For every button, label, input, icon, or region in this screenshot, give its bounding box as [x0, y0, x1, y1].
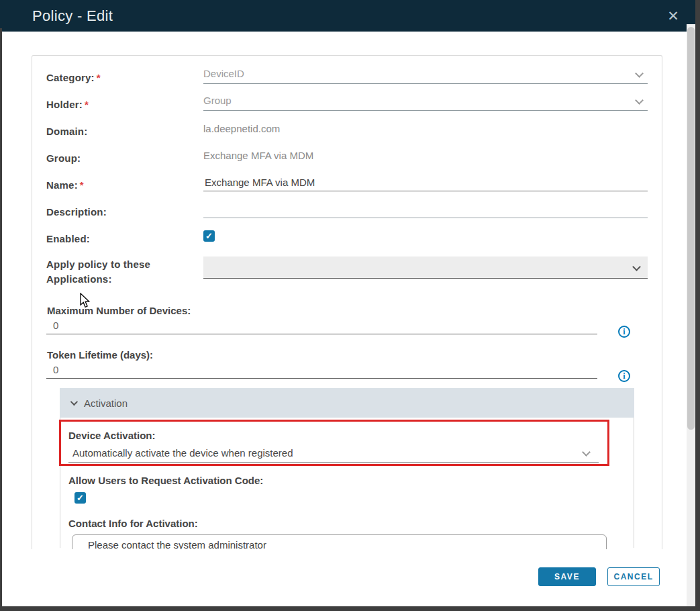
holder-select[interactable]: Group: [203, 91, 648, 111]
required-marker: *: [85, 99, 89, 110]
info-icon[interactable]: i: [618, 370, 630, 382]
close-button[interactable]: ✕: [659, 0, 687, 32]
dialog-titlebar: Policy - Edit ✕: [0, 0, 695, 32]
category-select[interactable]: DeviceID: [203, 64, 648, 84]
domain-value: la.deepnetid.com: [203, 118, 648, 134]
policy-form-card: Category:* DeviceID Holder:* Group Domai…: [32, 55, 662, 549]
category-label: Category:: [46, 72, 95, 83]
max-devices-input[interactable]: [46, 316, 597, 334]
device-activation-label: Device Activation:: [68, 430, 626, 441]
activation-section: Activation Device Activation: Automatica…: [60, 388, 634, 548]
domain-label: Domain:: [46, 126, 87, 137]
vertical-scrollbar-track[interactable]: [687, 24, 695, 606]
cancel-button[interactable]: CANCEL: [607, 567, 660, 586]
save-button[interactable]: SAVE: [538, 567, 596, 586]
name-row: Name:*: [46, 172, 648, 199]
token-lifetime-label: Token Lifetime (days):: [46, 349, 648, 361]
applications-label-line2: Applications:: [46, 273, 112, 285]
enabled-checkbox[interactable]: ✓: [203, 230, 215, 242]
max-devices-label: Maximum Number of Devices:: [46, 305, 648, 316]
holder-row: Holder:* Group: [46, 91, 648, 118]
description-row: Description:: [46, 199, 648, 226]
window-frame-right: [695, 0, 700, 611]
chevron-down-icon: [632, 263, 641, 271]
contact-info-textarea[interactable]: Please contact the system administrator: [72, 534, 607, 549]
holder-value: Group: [203, 91, 648, 106]
window-frame-left: [0, 28, 2, 611]
enabled-row: Enabled: ✓: [46, 226, 648, 252]
info-icon[interactable]: i: [618, 326, 630, 338]
vertical-scrollbar-thumb[interactable]: [687, 27, 695, 430]
activation-section-body: Device Activation: Automatically activat…: [60, 418, 634, 548]
description-input[interactable]: [203, 199, 648, 218]
activation-section-title: Activation: [84, 397, 128, 409]
group-row: Group: Exchange MFA via MDM: [46, 145, 648, 172]
required-marker: *: [80, 179, 84, 191]
check-icon: ✓: [205, 231, 213, 241]
allow-request-label: Allow Users to Request Activation Code:: [68, 475, 626, 486]
device-activation-value: Automatically activate the device when r…: [68, 443, 599, 459]
applications-row: Apply policy to these Applications:: [46, 252, 648, 290]
holder-label: Holder:: [46, 99, 83, 110]
category-row: Category:* DeviceID: [46, 64, 648, 91]
close-icon: ✕: [667, 8, 679, 23]
applications-label-line1: Apply policy to these: [46, 258, 150, 270]
group-label: Group:: [46, 152, 81, 164]
dialog-title: Policy - Edit: [32, 7, 113, 25]
enabled-label: Enabled:: [46, 233, 90, 244]
token-lifetime-input[interactable]: [46, 361, 597, 379]
contact-info-label: Contact Info for Activation:: [68, 518, 626, 529]
domain-row: Domain: la.deepnetid.com: [46, 118, 648, 145]
applications-select[interactable]: [203, 256, 648, 279]
chevron-down-icon: [70, 398, 78, 406]
category-value: DeviceID: [203, 64, 648, 79]
group-value: Exchange MFA via MDM: [203, 145, 648, 161]
device-activation-select[interactable]: Automatically activate the device when r…: [68, 443, 599, 463]
name-label: Name:: [46, 179, 78, 191]
check-icon: ✓: [77, 493, 84, 503]
name-input[interactable]: [203, 172, 648, 191]
allow-request-checkbox[interactable]: ✓: [74, 492, 86, 504]
activation-section-header[interactable]: Activation: [60, 388, 634, 418]
dialog-footer: SAVE CANCEL: [538, 567, 660, 586]
required-marker: *: [97, 72, 101, 83]
window-frame-bottom: [0, 606, 700, 611]
description-label: Description:: [46, 206, 107, 218]
